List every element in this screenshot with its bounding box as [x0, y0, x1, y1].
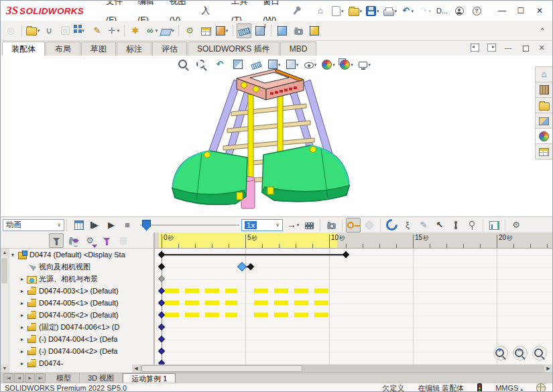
reference-geometry-icon[interactable]: ▾ [160, 23, 175, 38]
timeline-change-bar[interactable] [254, 313, 331, 318]
dropdown-caret-icon[interactable]: ▾ [395, 9, 397, 13]
scroll-last-icon[interactable]: ▶| [36, 373, 46, 383]
keyframe-diamond[interactable] [247, 263, 254, 270]
zoom-to-area-icon[interactable] [194, 57, 209, 72]
model-bucket-right[interactable] [262, 145, 349, 202]
apply-scene-icon[interactable]: ▾ [339, 57, 354, 72]
tree-item[interactable]: ▸D0474-003<1> (Default) [9, 285, 153, 297]
play-icon[interactable]: ▶ [104, 218, 119, 233]
filter-selected-icon[interactable] [99, 233, 114, 248]
keyframe-diamond[interactable] [158, 251, 165, 258]
command-tab[interactable]: 标注 [117, 42, 151, 56]
scroll-next-icon[interactable]: ▶ [25, 373, 35, 383]
dropdown-caret-icon[interactable]: ▾ [368, 62, 371, 67]
force-icon[interactable]: ↖ [432, 218, 447, 233]
collapse-toolbar-icon[interactable]: ⌃ [535, 23, 550, 38]
scroll-up-icon[interactable]: ▲ [1, 249, 9, 257]
slider-track[interactable] [140, 224, 239, 226]
filter-results-icon[interactable]: ▦ [116, 233, 131, 248]
dropdown-caret-icon[interactable]: ▾ [226, 28, 229, 33]
expander-icon[interactable]: ▸ [18, 300, 26, 306]
view-palette-icon[interactable] [537, 113, 552, 128]
command-tab[interactable]: 评估 [152, 42, 187, 56]
dropdown-caret-icon[interactable]: ▾ [278, 62, 281, 67]
bill-of-materials-icon[interactable] [198, 23, 213, 38]
globe-icon[interactable] [536, 383, 546, 392]
design-library-icon[interactable] [535, 82, 552, 98]
edit-component-icon[interactable]: ◎ [3, 23, 18, 38]
command-tab[interactable]: 草图 [81, 42, 116, 56]
measure-tool-icon[interactable] [249, 57, 263, 72]
keyframe-diamond[interactable] [158, 287, 165, 294]
dropdown-caret-icon[interactable]: ▾ [38, 28, 40, 33]
autokey-icon[interactable] [346, 218, 361, 233]
scroll-down-icon[interactable]: ▼ [1, 365, 9, 373]
stop-icon[interactable]: ■ [120, 218, 135, 233]
scroll-right-icon[interactable]: ▶ [544, 365, 552, 373]
timeline-change-bar[interactable] [254, 301, 331, 306]
timeline-ruler[interactable]: 0秒5秒10秒15秒20秒 [155, 233, 552, 249]
mate-controller-icon[interactable] [307, 23, 322, 38]
tree-item[interactable]: ▸(-) D0474-004<1> (Defa [9, 333, 153, 345]
keyframe-diamond[interactable] [158, 324, 165, 330]
undo-icon[interactable]: ↶▾ [400, 3, 415, 18]
units-label[interactable]: MMGS ▴ [495, 384, 523, 392]
redo-icon[interactable]: ↷▾ [418, 3, 432, 18]
smart-fasteners-icon[interactable]: ✎ [90, 23, 105, 38]
play-from-start-icon[interactable]: ▶ [88, 218, 103, 233]
expander-icon[interactable]: ▸ [18, 324, 26, 330]
animation-wizard-icon[interactable] [324, 218, 339, 233]
document-tab[interactable]: 3D 视图 [80, 373, 123, 383]
print-icon[interactable]: ▾ [383, 3, 397, 18]
scroll-prev-icon[interactable]: ◀ [14, 373, 24, 383]
user-account-icon[interactable] [452, 3, 467, 18]
tree-item[interactable]: ▸D0474-005<2> (Default) [9, 309, 153, 321]
keyframe-duration-bar[interactable] [162, 254, 346, 255]
close-button[interactable]: ✕ [534, 3, 546, 18]
section-view-icon[interactable] [231, 57, 245, 72]
appearances-scenes-icon[interactable] [537, 129, 552, 143]
open-document-icon[interactable]: ▾ [348, 3, 363, 18]
file-explorer-icon[interactable] [535, 97, 552, 113]
keyframe-diamond[interactable] [158, 336, 165, 342]
timeline-change-bar[interactable] [165, 313, 237, 318]
timeline-change-bar[interactable] [165, 289, 237, 293]
view-palette-icon[interactable] [535, 113, 552, 129]
custom-properties-icon[interactable] [537, 144, 552, 159]
assembly-visualization-icon[interactable] [275, 23, 290, 38]
dropdown-caret-icon[interactable]: ▾ [314, 62, 317, 67]
filter-all-icon[interactable] [49, 233, 64, 248]
graphics-viewport[interactable]: ↶▾▾▾▾▾▾ ⌂ [1, 56, 552, 216]
take-snapshot-icon[interactable] [291, 23, 306, 38]
timeline-zoom-out-icon[interactable] [513, 346, 528, 361]
linear-component-pattern-icon[interactable]: ▾ [74, 23, 88, 38]
mate-icon[interactable]: ∪ [42, 23, 56, 38]
damper-icon[interactable]: ✎ [416, 218, 431, 233]
previous-view-icon[interactable]: ↶ [212, 57, 227, 72]
keyframe-diamond[interactable] [158, 348, 165, 354]
interference-detection-icon[interactable] [253, 23, 267, 38]
filter-driving-icon[interactable]: ⚙ [82, 233, 97, 248]
keyframe-diamond[interactable] [158, 360, 165, 365]
command-tab[interactable]: 装配体 [2, 42, 45, 56]
maximize-button[interactable]: ☐ [515, 3, 527, 18]
exploded-view-icon[interactable]: ▾ [214, 23, 229, 38]
results-and-plots-icon[interactable] [487, 218, 501, 233]
keyframe-diamond[interactable] [158, 312, 165, 318]
display-style-icon[interactable]: ▾ [285, 57, 300, 72]
tree-item[interactable]: ▾D0474 (Default) <Display Sta [9, 249, 153, 261]
timeline-canvas[interactable]: 0秒5秒10秒15秒20秒 [155, 233, 552, 365]
pin-menu-icon[interactable] [289, 3, 304, 18]
scroll-first-icon[interactable]: |◀ [3, 373, 13, 383]
command-tab[interactable]: SOLIDWORKS 插件 [188, 42, 280, 56]
document-tab[interactable]: 运动算例 1 [123, 373, 176, 383]
tree-item[interactable]: ▸(固定) D0474-006<1> (D [9, 321, 153, 333]
solidworks-resources-icon[interactable]: ⌂ [535, 66, 552, 82]
timeline-zoom-in-icon[interactable] [493, 346, 508, 361]
doc-minimize-button[interactable]: — [503, 42, 513, 53]
playback-mode-icon[interactable]: →▾ [286, 218, 300, 233]
expander-icon[interactable]: ▸ [18, 348, 26, 354]
timeline-horizontal-scrollbar[interactable]: ◀ ▶ [132, 365, 552, 373]
minimize-button[interactable]: — [496, 3, 508, 18]
pane-left-icon[interactable] [469, 42, 480, 53]
